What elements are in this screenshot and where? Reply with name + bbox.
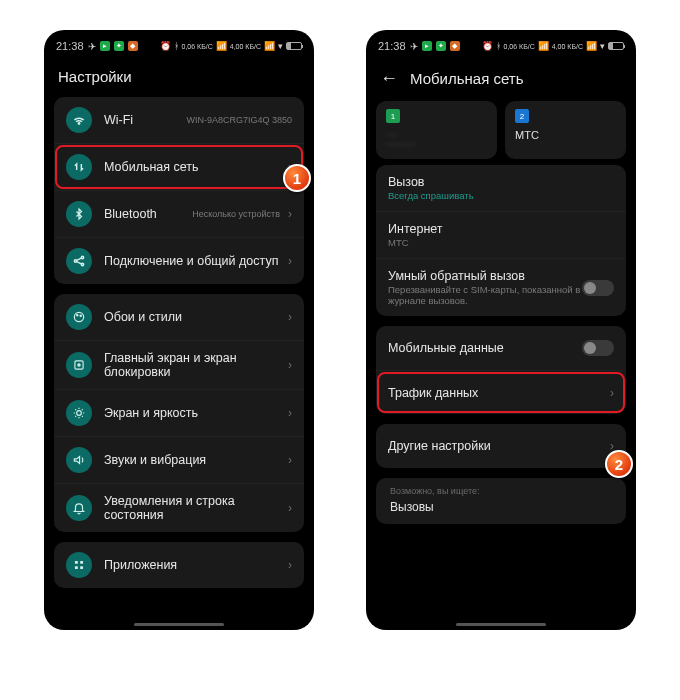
sim1-badge: 1 [386,109,400,123]
row-internet[interactable]: Интернет МТС [376,211,626,258]
sim2-label: МТС [515,129,616,141]
internet-label: Интернет [388,222,614,236]
telegram-icon: ✈ [88,41,96,52]
sim2-badge: 2 [515,109,529,123]
home-label: Главный экран и экран блокировки [104,351,280,379]
nav-bar[interactable] [456,623,546,626]
status-time: 21:38 [378,40,406,52]
card-other: Другие настройки › [376,424,626,468]
svg-rect-12 [75,566,78,569]
row-notifications[interactable]: Уведомления и строка состояния › [54,483,304,532]
sound-label: Звуки и вибрация [104,453,280,467]
apps-icon [66,552,92,578]
row-tethering[interactable]: Подключение и общий доступ › [54,237,304,284]
chevron-right-icon: › [288,453,292,467]
alarm-icon: ⏰ [160,41,171,51]
sound-icon [66,447,92,473]
mobile-label: Мобильная сеть [104,160,280,174]
bluetooth-icon: ᚼ [174,41,179,51]
other-label: Другие настройки [388,439,602,453]
svg-rect-11 [80,561,83,564]
row-wifi[interactable]: Wi-Fi WIN-9A8CRG7IG4Q 3850 [54,97,304,143]
mdata-toggle[interactable] [582,340,614,356]
signal-icon-2: 📶 [586,41,597,51]
row-mobile-data[interactable]: Мобильные данные [376,326,626,370]
net-speed-2: 4,00 КБ/С [552,43,583,50]
row-smart-callback[interactable]: Умный обратный вызов Перезванивайте с SI… [376,258,626,316]
card-data: Мобильные данные Трафик данных › [376,326,626,414]
signal-icon-2: 📶 [264,41,275,51]
app-icon-2: ✦ [436,41,446,51]
palette-icon [66,304,92,330]
svg-point-1 [74,260,76,262]
row-data-traffic[interactable]: Трафик данных › [376,370,626,414]
chevron-right-icon: › [288,558,292,572]
card-connections: Wi-Fi WIN-9A8CRG7IG4Q 3850 Мобильная сет… [54,97,304,284]
mobile-data-icon [66,154,92,180]
net-speed-1: 0,06 КБ/С [504,43,535,50]
svg-point-6 [80,315,81,316]
mdata-label: Мобильные данные [388,341,582,355]
share-icon [66,248,92,274]
call-value: Всегда спрашивать [388,190,614,201]
brightness-icon [66,400,92,426]
sim-card-2[interactable]: 2 МТС [505,101,626,159]
alarm-icon: ⏰ [482,41,493,51]
telegram-icon: ✈ [410,41,418,52]
svg-point-9 [77,411,82,416]
display-label: Экран и яркость [104,406,280,420]
notif-label: Уведомления и строка состояния [104,494,280,522]
phone-settings: 21:38 ✈ ▸ ✦ ◆ ⏰ ᚼ 0,06 КБ/С 📶 4,00 КБ/С … [44,30,314,630]
chevron-right-icon: › [288,207,292,221]
status-bar: 21:38 ✈ ▸ ✦ ◆ ⏰ ᚼ 0,06 КБ/С 📶 4,00 КБ/С … [366,30,636,58]
app-icon-1: ▸ [100,41,110,51]
callback-sub: Перезванивайте с SIM-карты, показанной в… [388,284,582,306]
card-apps: Приложения › [54,542,304,588]
header: Настройки [44,58,314,97]
bluetooth-label: Bluetooth [104,207,186,221]
back-button[interactable]: ← [380,68,398,89]
svg-rect-10 [75,561,78,564]
chevron-right-icon: › [288,406,292,420]
search-value[interactable]: Вызовы [376,500,626,524]
row-mobile-network[interactable]: Мобильная сеть › [54,143,304,190]
signal-icon: 📶 [538,41,549,51]
wifi-icon [66,107,92,133]
status-bar: 21:38 ✈ ▸ ✦ ◆ ⏰ ᚼ 0,06 КБ/С 📶 4,00 КБ/С … [44,30,314,58]
page-title: Настройки [58,68,132,85]
nav-bar[interactable] [134,623,224,626]
sim1-sub: ---------- [386,139,487,149]
row-home-lock[interactable]: Главный экран и экран блокировки › [54,340,304,389]
row-other[interactable]: Другие настройки › [376,424,626,468]
callback-toggle[interactable] [582,280,614,296]
search-hint: Возможно, вы ищете: [376,478,626,500]
row-sound[interactable]: Звуки и вибрация › [54,436,304,483]
sim-card-1[interactable]: 1 ---- ---------- [376,101,497,159]
callback-label: Умный обратный вызов [388,269,582,283]
row-call[interactable]: Вызов Всегда спрашивать [376,165,626,211]
bluetooth-icon: ᚼ [496,41,501,51]
row-display[interactable]: Экран и яркость › [54,389,304,436]
traffic-label: Трафик данных [388,386,602,400]
chevron-right-icon: › [288,310,292,324]
wifi-value: WIN-9A8CRG7IG4Q 3850 [186,115,292,125]
net-speed-2: 4,00 КБ/С [230,43,261,50]
wifi-icon: ▾ [600,41,605,51]
battery-icon [608,42,624,50]
chevron-right-icon: › [288,254,292,268]
step-marker-1: 1 [283,164,311,192]
wifi-label: Wi-Fi [104,113,180,127]
svg-rect-13 [80,566,83,569]
row-apps[interactable]: Приложения › [54,542,304,588]
app-icon-2: ✦ [114,41,124,51]
wifi-icon: ▾ [278,41,283,51]
row-bluetooth[interactable]: Bluetooth Несколько устройств › [54,190,304,237]
svg-point-0 [78,123,79,124]
phone-mobile-network: 21:38 ✈ ▸ ✦ ◆ ⏰ ᚼ 0,06 КБ/С 📶 4,00 КБ/С … [366,30,636,630]
row-wallpaper[interactable]: Обои и стили › [54,294,304,340]
svg-point-4 [74,312,83,321]
svg-point-5 [77,315,78,316]
net-speed-1: 0,06 КБ/С [182,43,213,50]
svg-point-8 [78,364,80,366]
card-call-settings: Вызов Всегда спрашивать Интернет МТС Умн… [376,165,626,316]
